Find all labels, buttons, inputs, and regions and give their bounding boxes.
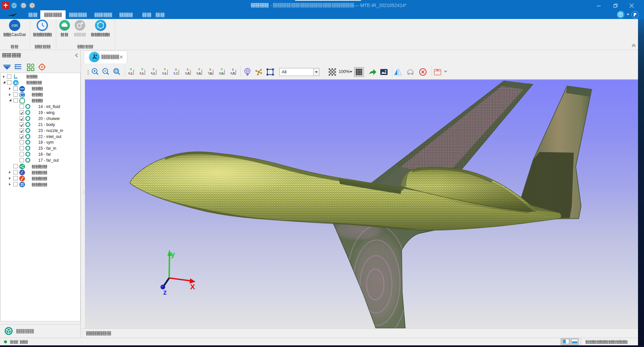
svg-text:z: z	[219, 71, 221, 75]
svg-text:Y: Y	[187, 71, 189, 75]
svg-text:z: z	[163, 288, 167, 296]
svg-text:x: x	[16, 76, 18, 78]
svg-text:Y: Y	[208, 71, 210, 75]
svg-text:x: x	[151, 71, 153, 75]
svg-text:Y: Y	[176, 71, 178, 75]
svg-text:x: x	[230, 71, 232, 75]
svg-text:z: z	[131, 71, 132, 75]
svg-text:x: x	[187, 68, 188, 71]
svg-text:z: z	[153, 71, 155, 75]
svg-text:z: z	[185, 71, 187, 75]
svg-text:Y: Y	[130, 68, 132, 71]
svg-text:z: z	[232, 68, 234, 71]
svg-text:z: z	[140, 71, 141, 75]
svg-text:Y: Y	[233, 71, 235, 75]
svg-text:z: z	[162, 71, 164, 75]
svg-text:y: y	[171, 250, 175, 258]
svg-text:Y: Y	[14, 74, 15, 76]
svg-text:X: X	[190, 283, 195, 291]
svg-text:Y: Y	[153, 68, 155, 71]
svg-text:z: z	[15, 76, 16, 78]
svg-text:z: z	[173, 71, 175, 75]
svg-text:z: z	[196, 71, 198, 75]
svg-text:Y: Y	[198, 68, 200, 71]
svg-text:x: x	[142, 71, 144, 75]
svg-text:x: x	[209, 68, 211, 71]
svg-text:Y: Y	[164, 68, 166, 71]
svg-text:Y: Y	[221, 68, 223, 71]
svg-text:x: x	[175, 68, 177, 71]
svg-text:x: x	[164, 71, 166, 75]
svg-text:x: x	[128, 71, 130, 75]
svg-text:Y: Y	[141, 68, 143, 71]
